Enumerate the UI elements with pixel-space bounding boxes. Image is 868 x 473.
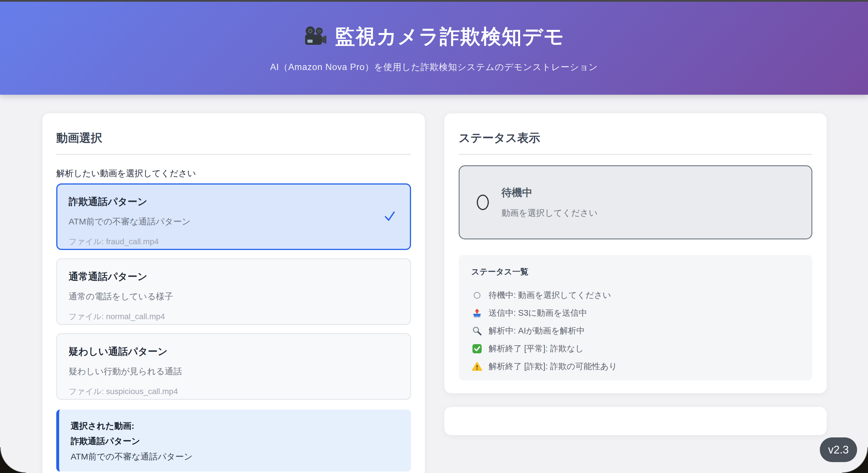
status-display-heading: ステータス表示	[459, 114, 812, 146]
video-option-title: 通常通話パターン	[69, 270, 399, 283]
app-header: 監視カメラ詐欺検知デモ AI（Amazon Nova Pro）を使用した詐欺検知…	[0, 2, 868, 95]
green-check-icon	[471, 344, 483, 354]
status-legend-text: 解析中: AIが動画を解析中	[489, 325, 585, 337]
current-status-title: 待機中	[501, 186, 598, 200]
status-legend-item: 解析終了 [詐欺]: 詐欺の可能性あり	[471, 358, 800, 375]
status-legend-item: 解析終了 [平常]: 詐欺なし	[471, 340, 800, 358]
current-status-box: 待機中 動画を選択してください	[459, 165, 812, 240]
video-option-file: ファイル: suspicious_call.mp4	[69, 386, 399, 397]
idle-circle-icon	[477, 195, 489, 210]
video-option-description: ATM前での不審な通話パターン	[69, 216, 399, 228]
divider	[459, 154, 812, 155]
video-option-description: 疑わしい行動が見られる通話	[69, 366, 399, 377]
status-legend-heading: ステータス一覧	[471, 266, 800, 277]
status-legend-text: 解析終了 [詐欺]: 詐欺の可能性あり	[489, 361, 617, 372]
status-legend-text: 送信中: S3に動画を送信中	[489, 307, 587, 319]
video-option-title: 疑わしい通話パターン	[69, 345, 399, 358]
selected-video-description: ATM前での不審な通話パターン	[71, 449, 400, 464]
video-selection-card: 動画選択 解析したい動画を選択してください 詐欺通話パターン ATM前での不審な…	[42, 114, 425, 473]
video-option-file: ファイル: normal_call.mp4	[69, 311, 399, 322]
video-option-description: 通常の電話をしている様子	[69, 291, 399, 303]
selected-video-title: 詐欺通話パターン	[71, 433, 400, 449]
selected-video-info: 選択された動画: 詐欺通話パターン ATM前での不審な通話パターン	[56, 410, 411, 472]
status-legend-list: 待機中: 動画を選択してください 送信中: S3に動画を送信中	[471, 286, 800, 375]
status-display-card: ステータス表示 待機中 動画を選択してください ステータス一覧 待機中: 動画を…	[444, 114, 827, 393]
page-subtitle: AI（Amazon Nova Pro）を使用した詐欺検知システムのデモンストレー…	[270, 61, 598, 73]
window-top-edge	[0, 0, 868, 2]
movie-camera-icon	[303, 26, 328, 48]
video-option-file: ファイル: fraud_call.mp4	[69, 236, 399, 247]
page-title: 監視カメラ詐欺検知デモ	[335, 23, 565, 50]
divider	[56, 154, 411, 155]
video-option-title: 詐欺通話パターン	[69, 195, 399, 209]
status-legend-item: 待機中: 動画を選択してください	[471, 286, 800, 304]
version-badge: v2.3	[820, 437, 857, 462]
video-option-suspicious[interactable]: 疑わしい通話パターン 疑わしい行動が見られる通話 ファイル: suspiciou…	[56, 333, 411, 400]
outbox-tray-icon	[471, 308, 483, 318]
status-legend-item: 解析中: AIが動画を解析中	[471, 322, 800, 340]
circle-outline-icon	[471, 292, 483, 299]
video-option-normal[interactable]: 通常通話パターン 通常の電話をしている様子 ファイル: normal_call.…	[56, 258, 411, 325]
video-selection-instruction: 解析したい動画を選択してください	[56, 168, 411, 179]
video-option-fraud[interactable]: 詐欺通話パターン ATM前での不審な通話パターン ファイル: fraud_cal…	[56, 183, 411, 250]
selected-check-icon	[384, 211, 396, 222]
status-legend-item: 送信中: S3に動画を送信中	[471, 304, 800, 322]
warning-icon	[471, 361, 483, 372]
screen-corner-bottom-left	[0, 447, 26, 473]
status-legend-text: 待機中: 動画を選択してください	[489, 290, 611, 301]
selected-video-label: 選択された動画:	[71, 418, 400, 433]
video-selection-heading: 動画選択	[56, 114, 411, 146]
result-panel-placeholder	[444, 407, 827, 435]
status-legend-text: 解析終了 [平常]: 詐欺なし	[489, 343, 584, 354]
status-legend-panel: ステータス一覧 待機中: 動画を選択してください 送信中: S3に動画	[459, 255, 812, 381]
magnifier-icon	[471, 326, 483, 336]
current-status-message: 動画を選択してください	[501, 207, 598, 219]
